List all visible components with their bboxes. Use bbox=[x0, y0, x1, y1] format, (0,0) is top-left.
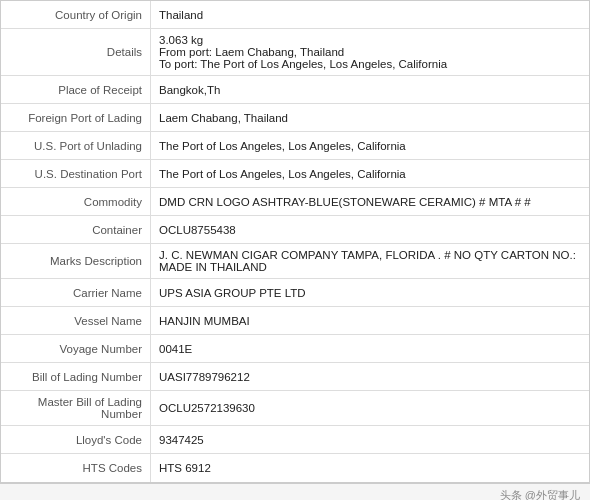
table-row: CommodityDMD CRN LOGO ASHTRAY-BLUE(STONE… bbox=[1, 188, 589, 216]
table-row: Details3.063 kgFrom port: Laem Chabang, … bbox=[1, 29, 589, 76]
row-value: Thailand bbox=[151, 1, 589, 28]
table-row: Marks DescriptionJ. C. NEWMAN CIGAR COMP… bbox=[1, 244, 589, 279]
row-value: UPS ASIA GROUP PTE LTD bbox=[151, 279, 589, 306]
row-value: 9347425 bbox=[151, 426, 589, 453]
row-value: 0041E bbox=[151, 335, 589, 362]
row-label: Bill of Lading Number bbox=[1, 363, 151, 390]
row-label: Commodity bbox=[1, 188, 151, 215]
row-label: Marks Description bbox=[1, 244, 151, 278]
table-row: Country of OriginThailand bbox=[1, 1, 589, 29]
row-value: Laem Chabang, Thailand bbox=[151, 104, 589, 131]
row-label: Vessel Name bbox=[1, 307, 151, 334]
row-label: Country of Origin bbox=[1, 1, 151, 28]
row-value: HANJIN MUMBAI bbox=[151, 307, 589, 334]
table-row: Foreign Port of LadingLaem Chabang, Thai… bbox=[1, 104, 589, 132]
table-row: Voyage Number0041E bbox=[1, 335, 589, 363]
table-row: HTS CodesHTS 6912 bbox=[1, 454, 589, 482]
row-value: HTS 6912 bbox=[151, 454, 589, 482]
row-label: Voyage Number bbox=[1, 335, 151, 362]
table-row: U.S. Port of UnladingThe Port of Los Ang… bbox=[1, 132, 589, 160]
data-table: Country of OriginThailandDetails3.063 kg… bbox=[0, 0, 590, 483]
table-row: Bill of Lading NumberUASI7789796212 bbox=[1, 363, 589, 391]
row-value: 3.063 kgFrom port: Laem Chabang, Thailan… bbox=[151, 29, 589, 75]
table-row: ContainerOCLU8755438 bbox=[1, 216, 589, 244]
row-value: The Port of Los Angeles, Los Angeles, Ca… bbox=[151, 132, 589, 159]
row-label: Place of Receipt bbox=[1, 76, 151, 103]
row-label: Container bbox=[1, 216, 151, 243]
row-label: Details bbox=[1, 29, 151, 75]
row-label: Carrier Name bbox=[1, 279, 151, 306]
table-row: U.S. Destination PortThe Port of Los Ang… bbox=[1, 160, 589, 188]
row-label: Lloyd's Code bbox=[1, 426, 151, 453]
table-row: Place of ReceiptBangkok,Th bbox=[1, 76, 589, 104]
row-label: HTS Codes bbox=[1, 454, 151, 482]
row-value: J. C. NEWMAN CIGAR COMPANY TAMPA, FLORID… bbox=[151, 244, 589, 278]
row-value: The Port of Los Angeles, Los Angeles, Ca… bbox=[151, 160, 589, 187]
row-label: Master Bill of Lading Number bbox=[1, 391, 151, 425]
watermark-text: 头条 @外贸事儿 bbox=[500, 489, 580, 500]
row-value: Bangkok,Th bbox=[151, 76, 589, 103]
table-row: Carrier NameUPS ASIA GROUP PTE LTD bbox=[1, 279, 589, 307]
row-label: Foreign Port of Lading bbox=[1, 104, 151, 131]
row-label: U.S. Destination Port bbox=[1, 160, 151, 187]
footer-bar: 头条 @外贸事儿 bbox=[0, 483, 590, 500]
row-value: OCLU8755438 bbox=[151, 216, 589, 243]
row-value: DMD CRN LOGO ASHTRAY-BLUE(STONEWARE CERA… bbox=[151, 188, 589, 215]
table-row: Master Bill of Lading NumberOCLU25721396… bbox=[1, 391, 589, 426]
table-row: Vessel NameHANJIN MUMBAI bbox=[1, 307, 589, 335]
row-value: OCLU2572139630 bbox=[151, 391, 589, 425]
row-label: U.S. Port of Unlading bbox=[1, 132, 151, 159]
table-row: Lloyd's Code9347425 bbox=[1, 426, 589, 454]
row-value: UASI7789796212 bbox=[151, 363, 589, 390]
